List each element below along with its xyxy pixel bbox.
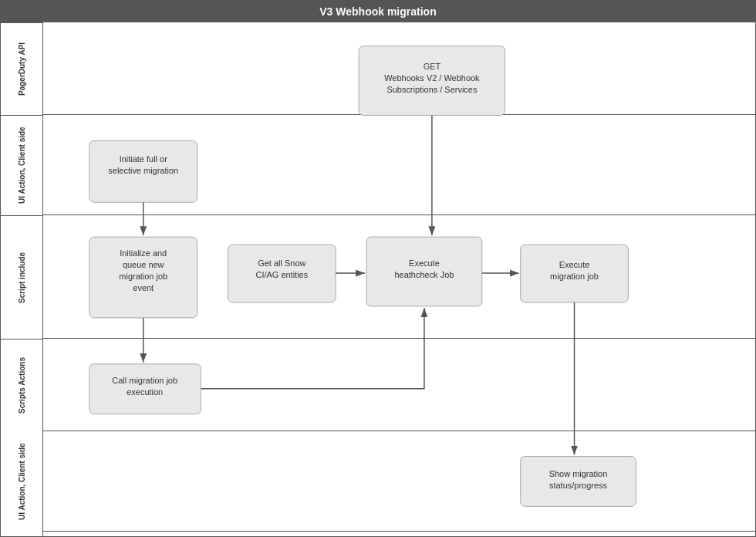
lane-pagerduty (43, 22, 755, 115)
lane-label-ui-bottom: UI Action, Client side (1, 431, 42, 532)
diagram-title: V3 Webhook migration (1, 1, 755, 22)
diagram-container: V3 Webhook migration PagerDuty API UI Ac… (0, 0, 756, 537)
lane-ui-action-top (43, 115, 755, 215)
lane-script-include (43, 215, 755, 339)
lane-label-pagerduty: PagerDuty API (1, 22, 42, 115)
lane-ui-action-bottom (43, 431, 755, 532)
lane-label-ui-top: UI Action, Client side (1, 115, 42, 215)
lane-scripts-actions (43, 339, 755, 431)
lane-label-scripts-actions: Scripts Actions (1, 339, 42, 431)
lane-label-script-include: Script include (1, 215, 42, 339)
